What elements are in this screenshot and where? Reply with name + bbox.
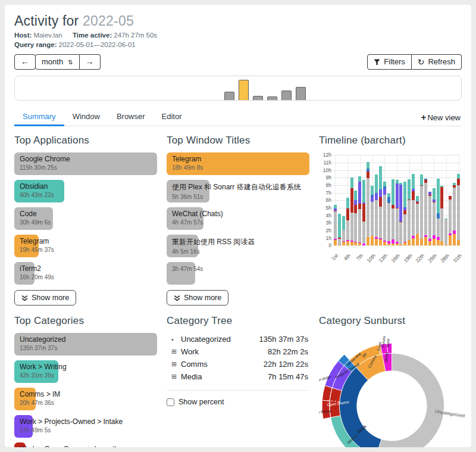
timeline-segment-gray bbox=[354, 213, 357, 242]
minichart-bar[interactable] bbox=[224, 92, 234, 100]
tab-editor[interactable]: Editor bbox=[154, 108, 190, 126]
timeline-segment-red bbox=[412, 191, 415, 200]
item-duration: 4h 47m 57s bbox=[172, 219, 223, 226]
timeline-day-bar bbox=[338, 214, 341, 245]
window-title-item: 重新开始使用 RSS 阅读器4h 5m 16s bbox=[167, 235, 309, 257]
item-name: Telegram bbox=[172, 155, 203, 163]
item-duration: 16h 20m 49s bbox=[20, 274, 54, 280]
timeline-segment-orange bbox=[334, 240, 337, 245]
timeline-segment-teal bbox=[408, 179, 411, 199]
timeline-segment-purple bbox=[379, 189, 382, 197]
expand-icon[interactable]: ⊞ bbox=[171, 348, 181, 356]
show-more-titles-button[interactable]: Show more bbox=[167, 290, 228, 306]
x-axis-label: 16th bbox=[390, 253, 401, 264]
timeline-segment-gray bbox=[424, 183, 427, 235]
timeline-segment-gray bbox=[350, 213, 353, 241]
category-tree-row: •Uncategorized135h 37m 37s bbox=[170, 333, 309, 345]
period-minichart[interactable] bbox=[14, 76, 462, 101]
timeline-segment-gray bbox=[396, 208, 399, 242]
timeline-segment-purple bbox=[396, 183, 399, 208]
filters-button[interactable]: Filters bbox=[367, 54, 411, 70]
timeline-segment-red bbox=[350, 188, 353, 213]
page-title: Activity for 2022-05 bbox=[14, 13, 462, 29]
time-active-value: 247h 27m 50s bbox=[114, 32, 157, 39]
timeline-day-bar bbox=[375, 174, 378, 245]
new-view-button[interactable]: +New view bbox=[421, 112, 462, 122]
timeline-segment-orange bbox=[444, 245, 447, 245]
timeline-segment-teal bbox=[433, 188, 436, 199]
expand-icon[interactable]: ⊞ bbox=[171, 360, 181, 368]
expand-icon[interactable]: ⊞ bbox=[171, 373, 181, 381]
item-duration: 19h 45m 37s bbox=[20, 247, 54, 253]
show-more-label: Show more bbox=[32, 294, 69, 302]
timeline-segment-orange bbox=[424, 237, 427, 245]
minichart-bar[interactable] bbox=[281, 91, 292, 100]
tab-window[interactable]: Window bbox=[64, 108, 108, 126]
timeline-segment-gray bbox=[383, 195, 386, 241]
bar-labels: Work > Projects-Owned > Intake17h 49m 5s bbox=[20, 417, 123, 434]
y-axis-label: 11h bbox=[319, 160, 331, 166]
minichart-bar[interactable] bbox=[253, 96, 263, 100]
refresh-button[interactable]: ↻ Refresh bbox=[412, 54, 462, 70]
y-axis-label: 0 bbox=[319, 242, 331, 248]
timeline-day-bar bbox=[408, 179, 411, 245]
select-arrows-icon: ⇅ bbox=[68, 59, 73, 66]
timeline-day-bar bbox=[399, 183, 402, 245]
x-axis-label: 31th bbox=[452, 253, 463, 264]
query-range-line: Query range:2022-05-01—2022-06-01 bbox=[14, 41, 462, 48]
item-duration: 4h 5m 16s bbox=[172, 248, 255, 255]
timeline-segment-teal bbox=[371, 186, 374, 195]
top-applications-title: Top Applications bbox=[14, 135, 157, 146]
timeline-day-bar bbox=[440, 186, 443, 245]
item-duration: 40h 43m 22s bbox=[20, 192, 54, 198]
timeline-segment-orange bbox=[350, 242, 353, 245]
x-axis-label: 28th bbox=[439, 253, 450, 264]
category-item: Work > Writing42h 31m 26s bbox=[14, 360, 157, 383]
prev-period-button[interactable]: ← bbox=[14, 54, 36, 69]
window-title-item: 3h 47m 54s bbox=[167, 262, 309, 285]
item-name: 重新开始使用 RSS 阅读器 bbox=[172, 237, 255, 247]
timeline-segment-gray bbox=[453, 188, 456, 230]
new-view-label: New view bbox=[427, 113, 461, 122]
timeline-segment-gray bbox=[346, 220, 349, 240]
plus-icon: + bbox=[421, 112, 427, 122]
timeline-segment-teal bbox=[379, 166, 382, 189]
show-more-applications-button[interactable]: Show more bbox=[14, 290, 76, 306]
timeline-segment-teal bbox=[416, 196, 419, 201]
category-duration: 135h 37m 37s bbox=[259, 335, 308, 344]
tab-summary[interactable]: Summary bbox=[14, 108, 64, 126]
bar-labels: Work > Writing42h 31m 26s bbox=[20, 363, 67, 379]
timeline-segment-purple bbox=[354, 200, 357, 205]
category-tree: •Uncategorized135h 37m 37s⊞Work82h 22m 2… bbox=[167, 333, 309, 383]
timeline-segment-orange bbox=[412, 238, 415, 246]
timeline-segment-red bbox=[379, 197, 382, 207]
timeline-day-bar bbox=[383, 182, 386, 246]
minichart-bar-selected[interactable] bbox=[239, 80, 249, 100]
show-percent-checkbox[interactable] bbox=[167, 398, 174, 406]
timeline-segment-teal bbox=[392, 179, 394, 205]
category-item: Work > Projects-Owned > Intake17h 49m 5s bbox=[14, 415, 157, 438]
item-name: Work > Projects-Owned > Intake bbox=[20, 417, 123, 426]
timeline-day-bar bbox=[453, 183, 456, 245]
timeline-day-bar bbox=[346, 198, 349, 245]
timeline-segment-gray bbox=[371, 202, 374, 236]
timeline-segment-gray bbox=[416, 204, 419, 234]
minichart-bar[interactable] bbox=[267, 96, 277, 100]
category-name: Uncategorized bbox=[181, 335, 231, 344]
activity-dashboard: Activity for 2022-05 Host:Maiev.lan Time… bbox=[5, 5, 471, 447]
item-name: Code bbox=[20, 210, 51, 218]
category-item: Comms > IM20h 47m 36s bbox=[14, 388, 157, 410]
period-select[interactable]: month⇅ bbox=[35, 54, 80, 70]
category-sunburst-chart: UncategorizedWorkWritingOpen Sourcehugo … bbox=[319, 333, 462, 447]
timeline-segment-orange bbox=[457, 240, 460, 245]
item-duration: 30h 49m 6s bbox=[20, 219, 51, 226]
item-name: 使用 Plex 和 Sonarr 搭建自动化追番系统 bbox=[172, 182, 301, 192]
tab-browser[interactable]: Browser bbox=[108, 108, 154, 126]
y-axis-label: 12h bbox=[319, 152, 331, 158]
item-duration: 20h 47m 36s bbox=[20, 400, 60, 406]
bar-labels: iTerm216h 20m 49s bbox=[20, 264, 54, 280]
minichart-bar[interactable] bbox=[296, 87, 306, 100]
item-duration: 115h 30m 25s bbox=[20, 164, 70, 171]
next-period-button[interactable]: → bbox=[80, 54, 101, 70]
timeline-segment-blue bbox=[437, 213, 440, 219]
